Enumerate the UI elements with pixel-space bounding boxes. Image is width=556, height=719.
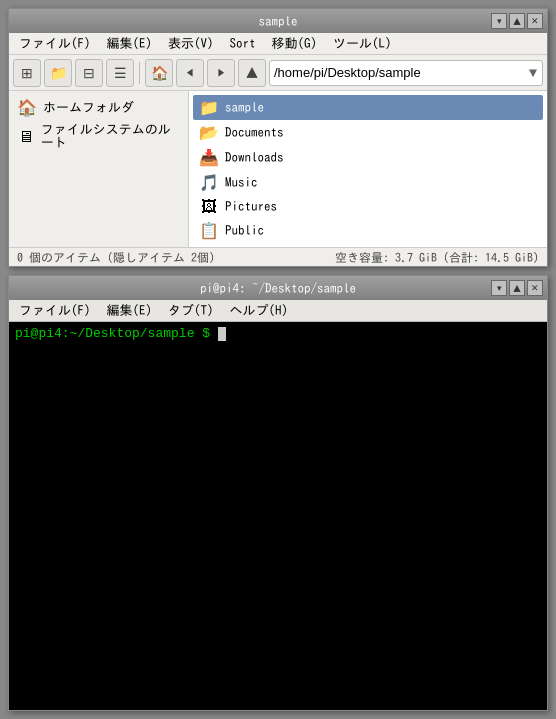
- terminal-menu-file[interactable]: ファイル(F): [13, 302, 97, 319]
- terminal-minimize-button[interactable]: ▾: [491, 280, 507, 296]
- menu-view[interactable]: 表示(V): [162, 35, 220, 52]
- file-name: Music: [225, 176, 258, 189]
- maximize-button[interactable]: ▲: [509, 13, 525, 29]
- sidebar-item-filesystem-label: ファイルシステムのルート: [41, 123, 180, 149]
- view-icons-button[interactable]: ⊞: [13, 59, 41, 87]
- file-item-music[interactable]: Music: [193, 170, 543, 195]
- file-item-pictures[interactable]: Pictures: [193, 195, 543, 218]
- view-folder-button[interactable]: 📁: [44, 59, 72, 87]
- file-manager-toolbar: ⊞ 📁 ⊟ ☰ 🏠 ◀ ▶ ▲ ▼: [9, 55, 547, 91]
- file-manager-window: sample ▾ ▲ ✕ ファイル(F) 編集(E) 表示(V) Sort 移動…: [8, 8, 548, 267]
- file-item-downloads[interactable]: Downloads: [193, 145, 543, 170]
- terminal-prompt-text: pi@pi4:~/Desktop/sample $: [15, 326, 210, 341]
- up-button[interactable]: ▲: [238, 59, 266, 87]
- view-list-button[interactable]: ☰: [106, 59, 134, 87]
- minimize-button[interactable]: ▾: [491, 13, 507, 29]
- menu-tools[interactable]: ツール(L): [327, 35, 398, 52]
- terminal-body[interactable]: pi@pi4:~/Desktop/sample $: [9, 322, 547, 710]
- downloads-icon: [199, 148, 219, 167]
- file-manager-status-bar: 0 個のアイテム (隠しアイテム 2個) 空き容量: 3.7 GiB (合計: …: [9, 247, 547, 266]
- terminal-title-bar: pi@pi4: ~/Desktop/sample ▾ ▲ ✕: [9, 276, 547, 300]
- file-name: sample: [225, 101, 264, 114]
- terminal-prompt-line: pi@pi4:~/Desktop/sample $: [15, 326, 541, 341]
- terminal-window: pi@pi4: ~/Desktop/sample ▾ ▲ ✕ ファイル(F) 編…: [8, 275, 548, 711]
- file-item-documents[interactable]: Documents: [193, 120, 543, 145]
- terminal-menu-bar: ファイル(F) 編集(E) タブ(T) ヘルプ(H): [9, 300, 547, 322]
- music-icon: [199, 173, 219, 192]
- terminal-title: pi@pi4: ~/Desktop/sample: [15, 282, 541, 295]
- documents-icon: [199, 123, 219, 142]
- file-name: Pictures: [225, 200, 277, 213]
- sidebar-item-filesystem[interactable]: ファイルシステムのルート: [9, 120, 188, 152]
- terminal-menu-tab[interactable]: タブ(T): [162, 302, 220, 319]
- view-grid-button[interactable]: ⊟: [75, 59, 103, 87]
- terminal-menu-edit[interactable]: 編集(E): [101, 302, 159, 319]
- menu-edit[interactable]: 編集(E): [101, 35, 159, 52]
- pictures-icon: [199, 198, 219, 215]
- file-manager-main: ホームフォルダ ファイルシステムのルート sample Documents Do…: [9, 91, 547, 247]
- sidebar-item-home-label: ホームフォルダ: [43, 101, 134, 114]
- menu-sort[interactable]: Sort: [224, 35, 262, 52]
- terminal-close-button[interactable]: ✕: [527, 280, 543, 296]
- file-item-public[interactable]: Public: [193, 218, 543, 243]
- home-button[interactable]: 🏠: [145, 59, 173, 87]
- menu-go[interactable]: 移動(G): [266, 35, 324, 52]
- terminal-maximize-button[interactable]: ▲: [509, 280, 525, 296]
- filesystem-icon: [17, 128, 35, 145]
- status-items-count: 0 個のアイテム (隠しアイテム 2個): [17, 251, 215, 263]
- file-name: Documents: [225, 126, 284, 139]
- file-manager-menu-bar: ファイル(F) 編集(E) 表示(V) Sort 移動(G) ツール(L): [9, 33, 547, 55]
- public-icon: [199, 221, 219, 240]
- status-disk-space: 空き容量: 3.7 GiB (合計: 14.5 GiB): [335, 251, 539, 263]
- file-manager-title-bar: sample ▾ ▲ ✕: [9, 9, 547, 33]
- terminal-window-controls: ▾ ▲ ✕: [491, 280, 543, 296]
- address-bar: ▼: [269, 60, 543, 86]
- terminal-menu-help[interactable]: ヘルプ(H): [224, 302, 295, 319]
- file-item-sample[interactable]: sample: [193, 95, 543, 120]
- address-input[interactable]: [274, 65, 528, 80]
- folder-icon: [199, 98, 219, 117]
- address-dropdown-button[interactable]: ▼: [528, 68, 538, 78]
- sidebar-item-home[interactable]: ホームフォルダ: [9, 95, 188, 120]
- file-manager-window-controls: ▾ ▲ ✕: [491, 13, 543, 29]
- file-name: Downloads: [225, 151, 284, 164]
- file-manager-title: sample: [15, 15, 541, 28]
- toolbar-separator: [139, 62, 140, 84]
- menu-file[interactable]: ファイル(F): [13, 35, 97, 52]
- close-button[interactable]: ✕: [527, 13, 543, 29]
- file-name: Public: [225, 224, 264, 237]
- forward-button[interactable]: ▶: [207, 59, 235, 87]
- file-list: sample Documents Downloads Music Picture…: [189, 91, 547, 247]
- file-manager-sidebar: ホームフォルダ ファイルシステムのルート: [9, 91, 189, 247]
- back-button[interactable]: ◀: [176, 59, 204, 87]
- terminal-cursor: [218, 327, 226, 341]
- home-folder-icon: [17, 98, 37, 117]
